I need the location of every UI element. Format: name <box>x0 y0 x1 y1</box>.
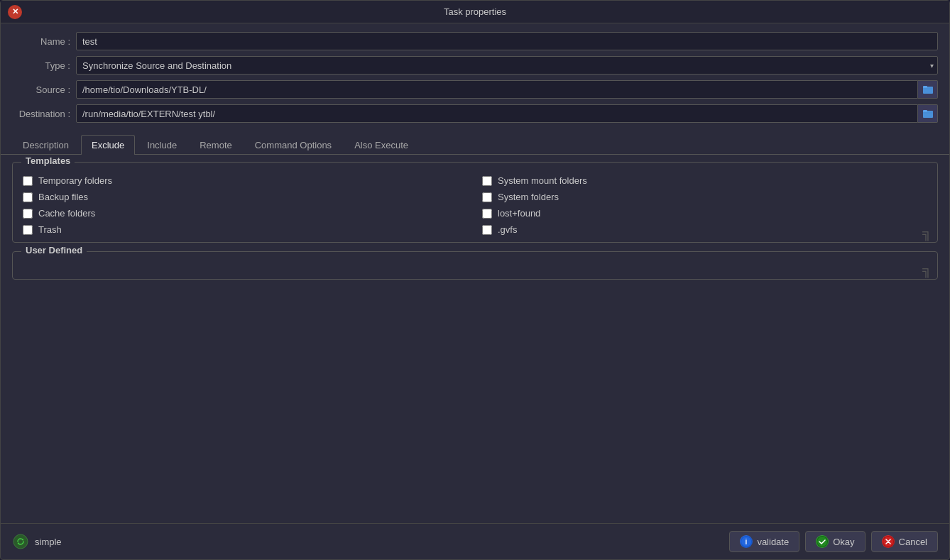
simple-label: simple <box>35 537 62 547</box>
user-defined-section: User Defined ╗ <box>12 251 938 280</box>
type-label: Type : <box>12 60 76 71</box>
temp-folders-checkbox[interactable] <box>23 176 33 186</box>
footer-left: simple <box>12 533 62 550</box>
templates-grid: Temporary folders Backup files Cache fol… <box>23 170 927 235</box>
lost-found-checkbox[interactable] <box>482 209 492 219</box>
gvfs-checkbox[interactable] <box>482 225 492 235</box>
trash-checkbox[interactable] <box>23 225 33 235</box>
destination-browse-button[interactable] <box>918 104 938 123</box>
main-content: Templates Temporary folders Backup files… <box>1 155 949 523</box>
type-select-wrap: Synchronize Source and Destination Copy … <box>76 56 938 75</box>
okay-icon <box>816 535 829 548</box>
user-defined-corner-decoration: ╗ <box>922 263 932 276</box>
validate-label: validate <box>757 537 789 547</box>
checkbox-temp-folders[interactable]: Temporary folders <box>23 175 468 186</box>
cache-folders-checkbox[interactable] <box>23 209 33 219</box>
dialog-title: Task properties <box>444 6 506 17</box>
svg-rect-1 <box>923 86 927 88</box>
checkbox-lost-found[interactable]: lost+found <box>482 208 927 219</box>
backup-files-label: Backup files <box>38 192 88 202</box>
trash-label: Trash <box>38 224 62 235</box>
tab-also-execute-label: Also Execute <box>354 140 408 150</box>
templates-section-title: Templates <box>21 155 75 166</box>
backup-files-checkbox[interactable] <box>23 192 33 202</box>
svg-rect-3 <box>923 110 927 112</box>
tab-command-options[interactable]: Command Options <box>244 135 342 155</box>
temp-folders-label: Temporary folders <box>38 175 112 186</box>
tab-include[interactable]: Include <box>136 135 187 155</box>
tab-command-options-label: Command Options <box>255 140 332 150</box>
cancel-button[interactable]: Cancel <box>871 531 938 552</box>
cancel-label: Cancel <box>899 537 927 547</box>
simple-refresh-icon <box>12 533 29 550</box>
x-icon <box>882 535 895 548</box>
type-select[interactable]: Synchronize Source and Destination Copy … <box>76 56 938 75</box>
tab-remote-label: Remote <box>200 140 232 150</box>
type-row: Type : Synchronize Source and Destinatio… <box>12 56 938 75</box>
templates-left-col: Temporary folders Backup files Cache fol… <box>23 175 468 235</box>
cache-folders-label: Cache folders <box>38 208 95 219</box>
source-input[interactable] <box>76 80 918 99</box>
tab-exclude-label: Exclude <box>92 140 124 150</box>
tab-exclude[interactable]: Exclude <box>81 135 135 155</box>
checkbox-cache-folders[interactable]: Cache folders <box>23 208 468 219</box>
sys-mount-checkbox[interactable] <box>482 176 492 186</box>
tab-include-label: Include <box>147 140 177 150</box>
templates-section: Templates Temporary folders Backup files… <box>12 162 938 243</box>
cancel-icon <box>882 535 895 548</box>
sys-mount-label: System mount folders <box>498 175 587 186</box>
tab-also-execute[interactable]: Also Execute <box>344 135 419 155</box>
checkbox-gvfs[interactable]: .gvfs <box>482 224 927 235</box>
checkbox-backup-files[interactable]: Backup files <box>23 192 468 202</box>
source-input-wrap <box>76 80 938 99</box>
okay-label: Okay <box>833 537 854 547</box>
sys-folders-label: System folders <box>498 192 559 202</box>
validate-button[interactable]: i validate <box>729 531 799 552</box>
validate-icon: i <box>740 535 753 548</box>
checkbox-sys-folders[interactable]: System folders <box>482 192 927 202</box>
checkbox-trash[interactable]: Trash <box>23 224 468 235</box>
okay-button[interactable]: Okay <box>805 531 865 552</box>
refresh-svg <box>12 533 29 550</box>
source-browse-button[interactable] <box>918 80 938 99</box>
tabs-bar: Description Exclude Include Remote Comma… <box>1 134 949 155</box>
destination-row: Destination : <box>12 104 938 123</box>
title-bar: ✕ Task properties <box>1 1 949 23</box>
checkbox-sys-mount[interactable]: System mount folders <box>482 175 927 186</box>
lost-found-label: lost+found <box>498 208 540 219</box>
destination-input-wrap <box>76 104 938 123</box>
folder-icon <box>922 84 934 95</box>
svg-point-9 <box>817 537 827 547</box>
user-defined-title: User Defined <box>21 245 87 256</box>
task-properties-dialog: ✕ Task properties Name : Type : Synchron… <box>0 0 950 560</box>
tab-remote[interactable]: Remote <box>189 135 243 155</box>
tab-description[interactable]: Description <box>12 135 80 155</box>
check-icon <box>816 535 829 548</box>
footer-right: i validate Okay <box>729 531 938 552</box>
close-icon: ✕ <box>12 7 18 16</box>
destination-label: Destination : <box>12 109 76 119</box>
sys-folders-checkbox[interactable] <box>482 192 492 202</box>
name-label: Name : <box>12 36 76 47</box>
templates-right-col: System mount folders System folders lost… <box>482 175 927 235</box>
tab-description-label: Description <box>23 140 69 150</box>
name-input[interactable] <box>76 32 938 50</box>
svg-text:i: i <box>746 538 748 546</box>
footer: simple i validate <box>1 523 949 559</box>
destination-input[interactable] <box>76 104 918 123</box>
source-label: Source : <box>12 84 76 95</box>
templates-corner-decoration: ╗ <box>922 226 932 239</box>
svg-point-4 <box>13 534 28 549</box>
source-row: Source : <box>12 80 938 99</box>
close-button[interactable]: ✕ <box>8 5 22 19</box>
info-icon: i <box>740 535 753 548</box>
name-row: Name : <box>12 32 938 50</box>
folder-icon <box>922 108 934 119</box>
gvfs-label: .gvfs <box>498 224 517 235</box>
form-area: Name : Type : Synchronize Source and Des… <box>1 23 949 134</box>
